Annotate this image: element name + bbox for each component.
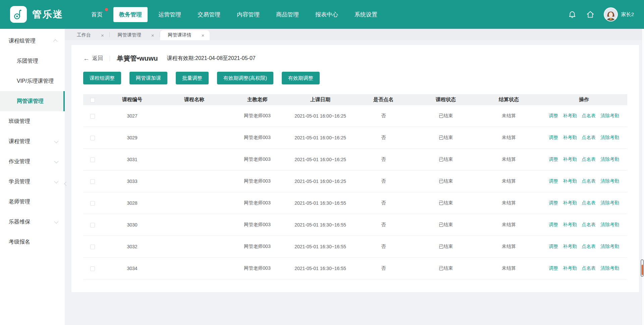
action-link-0[interactable]: 调整 <box>549 156 558 162</box>
table-row: 3029网管老师0032021-05-01 16:00~16:25否已结束未结算… <box>83 127 627 149</box>
action-link-0[interactable]: 调整 <box>549 200 558 206</box>
row-checkbox[interactable] <box>90 223 95 227</box>
action-link-2[interactable]: 点名表 <box>582 113 596 119</box>
sidebar-item-label: VIP/乐理课管理 <box>17 78 54 85</box>
row-checkbox[interactable] <box>90 245 95 249</box>
toolbar-button-2[interactable]: 批量调整 <box>176 72 209 84</box>
tab-close-icon[interactable]: × <box>151 33 154 38</box>
main-layout: 课程组管理乐团管理VIP/乐理课管理网管课管理班级管理课程管理作业管理学员管理老… <box>0 29 644 325</box>
action-link-0[interactable]: 调整 <box>549 135 558 141</box>
row-select-cell <box>83 244 102 249</box>
toolbar-button-3[interactable]: 有效期调整(高权限) <box>217 72 273 84</box>
action-link-2[interactable]: 点名表 <box>582 222 596 228</box>
tab-2[interactable]: 网管课详情× <box>160 30 210 40</box>
action-link-0[interactable]: 调整 <box>549 244 558 250</box>
row-actions: 调整补考勤点名表清除考勤 <box>541 156 627 162</box>
action-link-3[interactable]: 清除考勤 <box>600 135 619 141</box>
action-link-2[interactable]: 点名表 <box>582 135 596 141</box>
row-checkbox[interactable] <box>90 266 95 271</box>
action-link-0[interactable]: 调整 <box>549 222 558 228</box>
brand-logo[interactable]: 管乐迷 <box>10 6 63 23</box>
sidebar-item-3[interactable]: 网管课管理 <box>0 91 65 111</box>
notifications-button[interactable] <box>568 10 577 19</box>
toolbar-button-4[interactable]: 有效期调整 <box>282 72 320 84</box>
home-button[interactable] <box>586 10 595 19</box>
action-link-1[interactable]: 补考勤 <box>563 135 577 141</box>
tab-0[interactable]: 工作台× <box>69 30 109 40</box>
sidebar-item-label: 考级报名 <box>9 239 30 246</box>
main-area: 工作台×网管课管理×网管课详情× ← 返回 单簧管•wuwu 课程有效期:202… <box>65 29 644 325</box>
action-link-1[interactable]: 补考勤 <box>563 113 577 119</box>
action-link-3[interactable]: 清除考勤 <box>600 222 619 228</box>
row-actions: 调整补考勤点名表清除考勤 <box>541 222 627 228</box>
action-link-2[interactable]: 点名表 <box>582 156 596 162</box>
action-link-3[interactable]: 清除考勤 <box>600 244 619 250</box>
sidebar-item-6[interactable]: 作业管理 <box>0 151 65 172</box>
nav-item-4[interactable]: 内容管理 <box>231 7 265 22</box>
user-menu[interactable]: 家长2 <box>604 7 634 21</box>
table-header: 课程编号课程名称主教老师上课日期是否点名课程状态结算状态操作 <box>83 94 627 105</box>
nav-item-1[interactable]: 教务管理 <box>113 7 148 22</box>
action-link-3[interactable]: 清除考勤 <box>600 200 619 206</box>
action-link-3[interactable]: 清除考勤 <box>600 156 619 162</box>
sidebar-item-7[interactable]: 学员管理 <box>0 172 65 192</box>
action-link-0[interactable]: 调整 <box>549 178 558 184</box>
toolbar-button-1[interactable]: 网管课加课 <box>129 72 167 84</box>
sidebar-item-2[interactable]: VIP/乐理课管理 <box>0 71 65 91</box>
home-icon <box>586 10 595 19</box>
row-checkbox[interactable] <box>90 201 95 206</box>
cell-teacher: 网管老师003 <box>226 135 288 141</box>
action-link-1[interactable]: 补考勤 <box>563 178 577 184</box>
action-link-3[interactable]: 清除考勤 <box>600 265 619 271</box>
cell-teacher: 网管老师003 <box>226 200 288 206</box>
scrollbar-thumb-fill <box>642 265 643 275</box>
action-link-1[interactable]: 补考勤 <box>563 156 577 162</box>
row-checkbox[interactable] <box>90 157 95 162</box>
bell-icon <box>568 10 577 19</box>
action-link-0[interactable]: 调整 <box>549 265 558 271</box>
sidebar-item-0[interactable]: 课程组管理 <box>0 31 65 51</box>
nav-item-label: 内容管理 <box>237 11 260 18</box>
sidebar-item-1[interactable]: 乐团管理 <box>0 51 65 71</box>
action-link-2[interactable]: 点名表 <box>582 178 596 184</box>
action-link-3[interactable]: 清除考勤 <box>600 178 619 184</box>
cell-settle: 未结算 <box>477 113 541 119</box>
action-link-0[interactable]: 调整 <box>549 113 558 119</box>
nav-item-6[interactable]: 报表中心 <box>310 7 344 22</box>
action-link-3[interactable]: 清除考勤 <box>600 113 619 119</box>
scrollbar-track[interactable] <box>642 29 644 325</box>
action-link-1[interactable]: 补考勤 <box>563 265 577 271</box>
action-link-1[interactable]: 补考勤 <box>563 244 577 250</box>
action-link-2[interactable]: 点名表 <box>582 200 596 206</box>
cell-rollcall: 否 <box>352 113 415 119</box>
nav-item-2[interactable]: 运营管理 <box>153 7 187 22</box>
select-all-checkbox[interactable] <box>90 98 95 103</box>
sidebar-item-10[interactable]: 考级报名 <box>0 232 65 252</box>
nav-item-0[interactable]: 首页 <box>86 7 108 22</box>
row-checkbox[interactable] <box>90 179 95 184</box>
tab-1[interactable]: 网管课管理× <box>110 30 160 40</box>
row-select-cell <box>83 266 102 271</box>
row-checkbox[interactable] <box>90 136 95 140</box>
nav-item-7[interactable]: 系统设置 <box>349 7 383 22</box>
toolbar-button-0[interactable]: 课程组调整 <box>83 72 121 84</box>
cell-settle: 未结算 <box>477 265 541 271</box>
cell-status: 已结束 <box>415 135 477 141</box>
sidebar-item-8[interactable]: 老师管理 <box>0 192 65 212</box>
tab-close-icon[interactable]: × <box>202 33 205 38</box>
scrollbar-thumb[interactable] <box>641 259 644 277</box>
sidebar-collapse-handle[interactable] <box>63 177 69 190</box>
action-link-2[interactable]: 点名表 <box>582 265 596 271</box>
back-button[interactable]: ← 返回 <box>83 55 103 62</box>
sidebar-item-9[interactable]: 乐器维保 <box>0 212 65 232</box>
nav-item-5[interactable]: 商品管理 <box>270 7 305 22</box>
sidebar-item-4[interactable]: 班级管理 <box>0 111 65 131</box>
action-link-1[interactable]: 补考勤 <box>563 200 577 206</box>
nav-item-3[interactable]: 交易管理 <box>192 7 226 22</box>
action-link-1[interactable]: 补考勤 <box>563 222 577 228</box>
row-checkbox[interactable] <box>90 114 95 119</box>
cell-teacher: 网管老师003 <box>226 113 288 119</box>
tab-close-icon[interactable]: × <box>101 33 104 38</box>
sidebar-item-5[interactable]: 课程管理 <box>0 131 65 151</box>
action-link-2[interactable]: 点名表 <box>582 244 596 250</box>
